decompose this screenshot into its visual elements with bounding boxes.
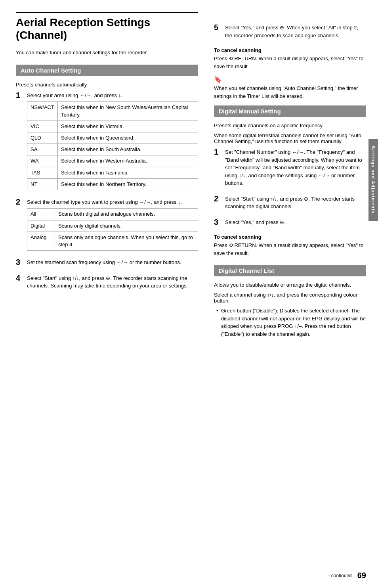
area-code: WA <box>27 155 58 167</box>
channel-type-desc: Scans both digital and analogue channels… <box>55 209 198 220</box>
step-4-text: Select "Start" using ↑/↓, and press ⊕. T… <box>27 274 198 290</box>
area-desc: Select this when in New South Wales/Aust… <box>57 102 198 121</box>
auto-channel-section-header: Auto Channel Setting <box>16 65 198 76</box>
area-desc: Select this when in Northern Territory. <box>57 178 198 190</box>
left-column: Aerial Reception Settings (Channel) You … <box>0 0 206 588</box>
page-container: Aerial Reception Settings (Channel) You … <box>0 0 378 588</box>
step-5-text: Select "Yes," and press ⊕. When you sele… <box>225 24 366 39</box>
table-row: NTSelect this when in Northern Territory… <box>27 178 198 190</box>
note-box: 🔖 When you set channels using "Auto Chan… <box>214 76 366 100</box>
dm-cancel-heading: To cancel scanning <box>214 234 366 240</box>
table-row: AllScans both digital and analogue chann… <box>27 209 198 220</box>
intro-text: You can make tuner and channel settings … <box>16 49 198 57</box>
cancel-scanning-box: To cancel scanning Press ⟲ RETURN. When … <box>214 47 366 70</box>
area-code: QLD <box>27 132 58 144</box>
step-1: 1 Select your area using ←/→, and press … <box>16 92 198 193</box>
area-code: VIC <box>27 121 58 132</box>
area-code: NSW/ACT <box>27 102 58 121</box>
step-2-text: Select the channel type you want to pres… <box>27 198 198 206</box>
area-desc: Select this when in South Australia. <box>57 144 198 155</box>
step-2-content: Select the channel type you want to pres… <box>27 198 198 253</box>
dm-step-2: 2 Select "Start" using ↑/↓, and press ⊕.… <box>214 195 366 213</box>
dm-step-1-text: Set "Channel Number" using ←/→. The "Fre… <box>225 148 366 187</box>
table-row: QLDSelect this when in Queensland. <box>27 132 198 144</box>
area-code: NT <box>27 178 58 190</box>
step-4: 4 Select "Start" using ↑/↓, and press ⊕.… <box>16 274 198 292</box>
note-icon: 🔖 <box>214 76 366 83</box>
area-desc: Select this when in Western Australia. <box>57 155 198 167</box>
digital-channel-list-header: Digital Channel List <box>214 265 366 276</box>
presets-text: Presets channels automatically. <box>16 82 198 88</box>
dm-step-3-text: Select "Yes," and press ⊕. <box>225 218 366 226</box>
cancel-text: Press ⟲ RETURN. When a result display ap… <box>214 55 366 70</box>
area-desc: Select this when in Victoria. <box>57 121 198 132</box>
digital-manual-presets: Presets digital channels on a specific f… <box>214 123 366 128</box>
digital-manual-desc: When some digital terrestrial channels c… <box>214 132 366 144</box>
right-column: 5 Select "Yes," and press ⊕. When you se… <box>206 0 378 588</box>
list-item: Green button ("Disable"): Disables the s… <box>218 307 366 338</box>
channel-type-code: All <box>27 209 55 220</box>
table-row: DigitalScans only digital channels. <box>27 220 198 232</box>
bottom-bar: → continued 69 <box>325 571 366 580</box>
table-row: SASelect this when in South Australia. <box>27 144 198 155</box>
dcl-select-text: Select a channel using ↑/↓, and press th… <box>214 292 366 304</box>
area-desc: Select this when in Tasmania. <box>57 167 198 178</box>
channel-type-desc: Scans only analogue channels. When you s… <box>55 232 198 250</box>
step-1-num: 1 <box>16 91 27 100</box>
step-1-text: Select your area using ←/→, and press ↓. <box>27 92 198 100</box>
channel-type-code: Analog <box>27 232 55 250</box>
dcl-bullets: Green button ("Disable"): Disables the s… <box>214 307 366 338</box>
dm-step-3-content: Select "Yes," and press ⊕. <box>225 218 366 229</box>
channel-type-code: Digital <box>27 220 55 232</box>
area-desc: Select this when in Queensland. <box>57 132 198 144</box>
continued-label: continued <box>331 573 352 578</box>
table-row: TASSelect this when in Tasmania. <box>27 167 198 178</box>
continued-arrow: → <box>325 573 330 578</box>
step-5-num: 5 <box>214 23 225 32</box>
dm-cancel-scanning-box: To cancel scanning Press ⟲ RETURN. When … <box>214 234 366 257</box>
step-5: 5 Select "Yes," and press ⊕. When you se… <box>214 24 366 42</box>
step-1-content: Select your area using ←/→, and press ↓.… <box>27 92 198 193</box>
step-4-content: Select "Start" using ↑/↓, and press ⊕. T… <box>27 274 198 292</box>
channel-type-desc: Scans only digital channels. <box>55 220 198 232</box>
digital-manual-section-header: Digital Manual Setting <box>214 105 366 117</box>
table-row: WASelect this when in Western Australia. <box>27 155 198 167</box>
area-code: SA <box>27 144 58 155</box>
table-row: NSW/ACTSelect this when in New South Wal… <box>27 102 198 121</box>
step-5-content: Select "Yes," and press ⊕. When you sele… <box>225 24 366 42</box>
channel-type-table: AllScans both digital and analogue chann… <box>27 208 198 251</box>
page-title: Aerial Reception Settings (Channel) <box>16 12 198 42</box>
dm-step-3-num: 3 <box>214 218 225 227</box>
sidebar-label: Settings and Adjustments <box>368 139 378 221</box>
table-row: AnalogScans only analogue channels. When… <box>27 232 198 250</box>
dm-step-3: 3 Select "Yes," and press ⊕. <box>214 218 366 229</box>
dm-cancel-text: Press ⟲ RETURN. When a result display ap… <box>214 241 366 257</box>
dcl-intro: Allows you to disable/enable or arrange … <box>214 282 366 288</box>
dm-step-1-content: Set "Channel Number" using ←/→. The "Fre… <box>225 148 366 190</box>
dm-step-2-content: Select "Start" using ↑/↓, and press ⊕. T… <box>225 195 366 213</box>
page-number: 69 <box>357 571 366 580</box>
step-4-num: 4 <box>16 274 27 283</box>
cancel-heading: To cancel scanning <box>214 47 366 53</box>
area-code: TAS <box>27 167 58 178</box>
table-row: VICSelect this when in Victoria. <box>27 121 198 132</box>
dm-step-1-num: 1 <box>214 147 225 157</box>
area-table: NSW/ACTSelect this when in New South Wal… <box>27 102 198 190</box>
step-3-content: Set the start/end scan frequency using ←… <box>27 259 198 269</box>
step-3-num: 3 <box>16 258 27 267</box>
step-2-num: 2 <box>16 197 27 207</box>
step-3-text: Set the start/end scan frequency using ←… <box>27 259 198 266</box>
step-3: 3 Set the start/end scan frequency using… <box>16 259 198 269</box>
step-2: 2 Select the channel type you want to pr… <box>16 198 198 253</box>
note-text: When you set channels using "Auto Channe… <box>214 84 366 100</box>
dm-step-1: 1 Set "Channel Number" using ←/→. The "F… <box>214 148 366 190</box>
dm-step-2-num: 2 <box>214 194 225 203</box>
dm-step-2-text: Select "Start" using ↑/↓, and press ⊕. T… <box>225 195 366 211</box>
